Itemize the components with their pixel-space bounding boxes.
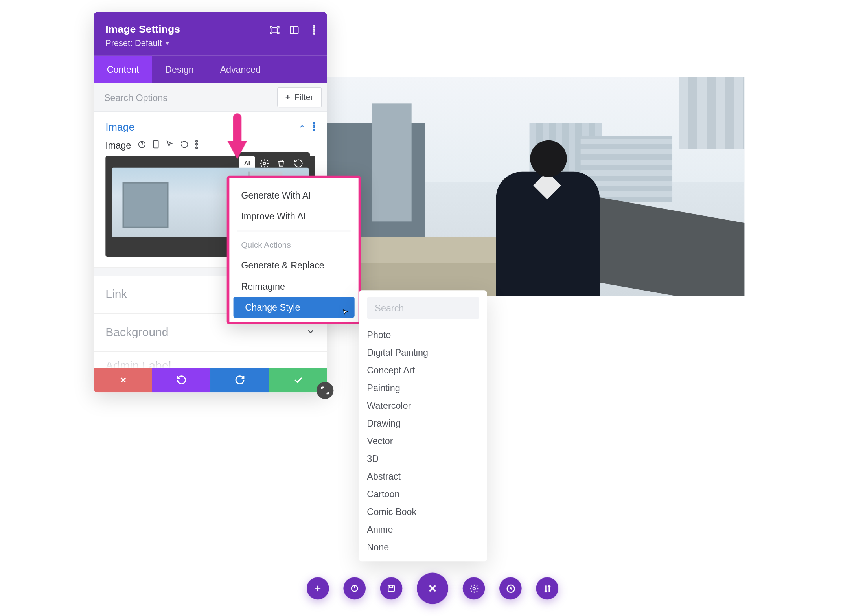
style-search-input[interactable] <box>367 297 479 319</box>
change-style-label: Change Style <box>245 302 300 313</box>
preset-dropdown[interactable]: Preset: Default ▼ <box>105 38 315 48</box>
dock-settings-button[interactable] <box>463 577 485 599</box>
svg-point-19 <box>473 587 475 590</box>
svg-point-8 <box>313 129 315 130</box>
svg-point-4 <box>313 29 315 31</box>
style-option-drawing[interactable]: Drawing <box>367 418 479 428</box>
style-option-vector[interactable]: Vector <box>367 436 479 446</box>
style-option-painting[interactable]: Painting <box>367 382 479 393</box>
help-icon[interactable] <box>138 140 146 151</box>
phone-icon[interactable] <box>153 140 159 151</box>
panel-header: Image Settings Preset: Default ▼ <box>94 12 327 56</box>
dock-history-button[interactable] <box>499 577 522 599</box>
svg-point-6 <box>313 122 315 123</box>
canvas-hero-image <box>326 77 744 296</box>
style-option-photo[interactable]: Photo <box>367 329 479 340</box>
style-list: Photo Digital Painting Concept Art Paint… <box>367 329 479 552</box>
plus-icon: + <box>285 92 291 102</box>
style-option-comic-book[interactable]: Comic Book <box>367 506 479 517</box>
sidebar-layout-icon[interactable] <box>289 25 300 35</box>
ai-generate-replace-item[interactable]: Generate & Replace <box>229 255 358 276</box>
svg-rect-1 <box>290 27 298 34</box>
svg-point-5 <box>313 33 315 35</box>
caret-down-icon: ▼ <box>164 40 170 46</box>
style-option-cartoon[interactable]: Cartoon <box>367 489 479 499</box>
admin-label-section[interactable]: Admin Label <box>94 352 327 368</box>
chevron-down-icon <box>306 327 315 338</box>
style-option-abstract[interactable]: Abstract <box>367 471 479 482</box>
tab-content[interactable]: Content <box>94 56 152 83</box>
tab-advanced[interactable]: Advanced <box>207 56 274 83</box>
style-option-concept-art[interactable]: Concept Art <box>367 365 479 375</box>
kebab-menu-icon[interactable] <box>195 140 198 151</box>
cursor-icon <box>341 308 349 319</box>
resize-handle[interactable] <box>317 382 333 399</box>
ai-change-style-item[interactable]: Change Style <box>233 297 354 318</box>
style-option-anime[interactable]: Anime <box>367 524 479 535</box>
builder-dock <box>307 573 558 604</box>
style-picker-panel: Photo Digital Painting Concept Art Paint… <box>359 290 487 561</box>
ai-dropdown-menu: Generate With AI Improve With AI Quick A… <box>227 176 361 324</box>
dock-close-button[interactable] <box>417 573 448 604</box>
ai-improve-item[interactable]: Improve With AI <box>229 206 358 226</box>
kebab-menu-icon[interactable] <box>309 25 319 35</box>
section-title-image: Image <box>105 121 134 133</box>
cancel-button[interactable] <box>94 368 152 392</box>
image-field-label-row: Image <box>105 140 315 151</box>
style-option-none[interactable]: None <box>367 542 479 552</box>
svg-rect-10 <box>154 140 158 148</box>
tab-design[interactable]: Design <box>152 56 207 83</box>
image-field-label: Image <box>105 140 131 151</box>
ai-reimagine-item[interactable]: Reimagine <box>229 276 358 297</box>
preset-label: Preset: Default <box>105 38 162 48</box>
undo-button[interactable] <box>152 368 210 392</box>
dock-power-button[interactable] <box>343 577 366 599</box>
svg-rect-0 <box>272 28 277 33</box>
svg-point-7 <box>313 125 315 127</box>
ai-generate-item[interactable]: Generate With AI <box>229 185 358 206</box>
svg-point-14 <box>196 147 197 148</box>
svg-point-12 <box>196 140 197 142</box>
reset-icon[interactable] <box>180 140 189 151</box>
link-section-title: Link <box>105 288 127 302</box>
redo-button[interactable] <box>210 368 269 392</box>
collapse-up-icon[interactable] <box>298 122 306 132</box>
panel-footer <box>94 368 327 392</box>
dock-save-button[interactable] <box>380 577 403 599</box>
filter-button[interactable]: + Filter <box>277 87 322 108</box>
search-options-input[interactable] <box>94 84 272 110</box>
style-option-digital-painting[interactable]: Digital Painting <box>367 347 479 358</box>
filter-label: Filter <box>294 92 313 102</box>
svg-point-15 <box>263 162 265 164</box>
background-section-title: Background <box>105 325 168 339</box>
svg-point-13 <box>196 143 197 145</box>
expand-icon[interactable] <box>269 25 280 35</box>
style-option-3d[interactable]: 3D <box>367 453 479 464</box>
cursor-icon[interactable] <box>166 140 174 150</box>
dock-add-button[interactable] <box>307 577 329 599</box>
search-row: + Filter <box>94 83 327 112</box>
svg-rect-18 <box>388 585 394 592</box>
admin-label-title: Admin Label <box>105 359 171 368</box>
style-option-watercolor[interactable]: Watercolor <box>367 400 479 411</box>
dock-sort-button[interactable] <box>536 577 558 599</box>
panel-tabs: Content Design Advanced <box>94 56 327 83</box>
quick-actions-header: Quick Actions <box>229 234 358 255</box>
kebab-menu-icon[interactable] <box>313 121 315 132</box>
svg-point-3 <box>313 25 315 27</box>
